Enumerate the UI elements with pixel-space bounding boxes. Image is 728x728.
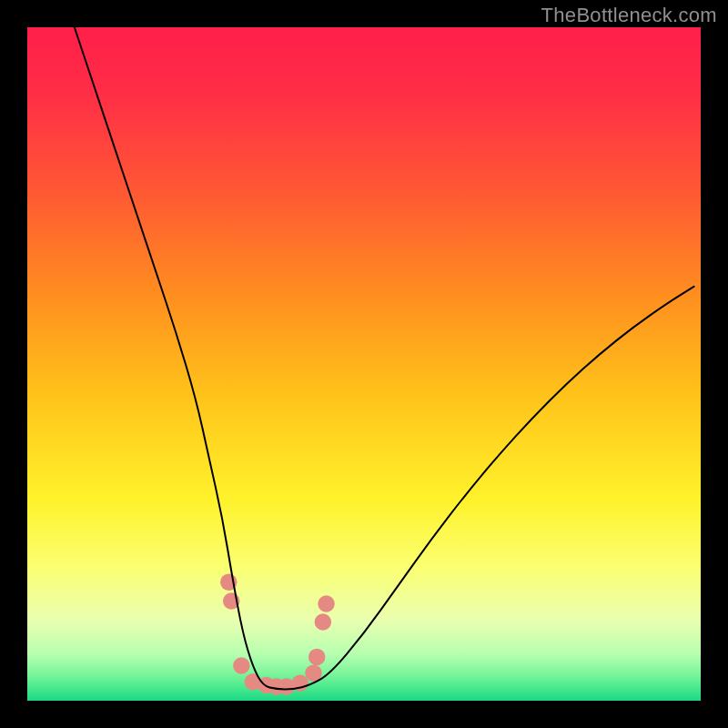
- bottleneck-curve: [75, 27, 694, 689]
- watermark-text: TheBottleneck.com: [541, 4, 717, 27]
- plot-area: [27, 27, 701, 701]
- bottom-markers: [220, 574, 335, 695]
- marker-dot: [233, 657, 250, 674]
- marker-dot: [308, 649, 326, 666]
- marker-dot: [315, 613, 332, 631]
- stage: TheBottleneck.com: [0, 0, 728, 728]
- curve-layer: [27, 27, 701, 701]
- marker-dot: [318, 595, 335, 612]
